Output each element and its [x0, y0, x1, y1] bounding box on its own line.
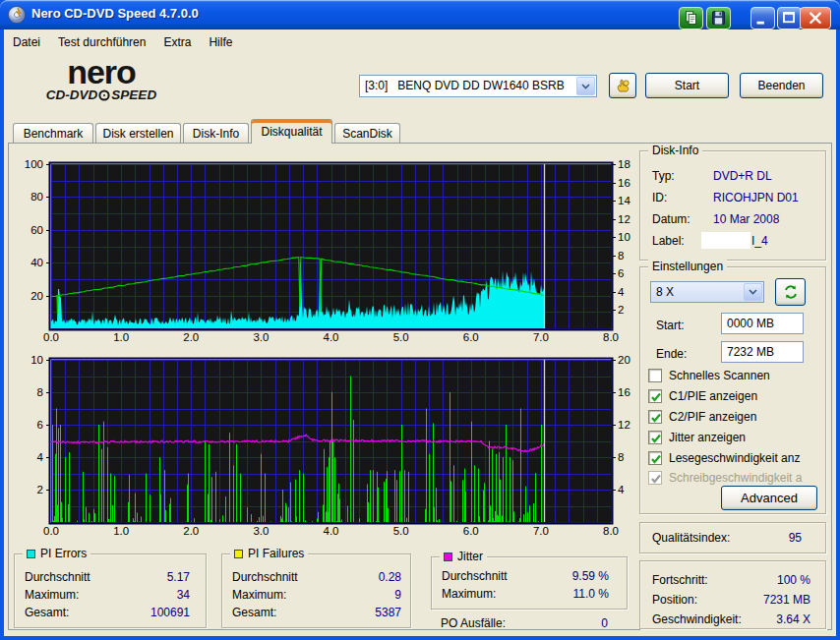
hand-icon: [615, 78, 631, 94]
chevron-down-icon[interactable]: [744, 283, 762, 301]
maximize-button[interactable]: [777, 7, 802, 29]
svg-text:1.0: 1.0: [113, 525, 129, 537]
svg-text:7.0: 7.0: [533, 525, 549, 537]
beenden-button[interactable]: Beenden: [740, 73, 823, 98]
pif-chart: 246810481216200.01.02.03.04.05.06.07.08.…: [13, 349, 647, 546]
svg-text:12: 12: [618, 419, 630, 431]
svg-text:2: 2: [37, 484, 43, 495]
pi-errors-swatch: [27, 550, 35, 558]
checkbox-schnelles-scannen[interactable]: Schnelles Scannen: [648, 368, 821, 383]
svg-text:6: 6: [618, 267, 624, 279]
menu-bar: Datei Test durchführen Extra Hilfe: [4, 31, 836, 53]
nero-logo: nero CD-DVD SPEED: [22, 57, 181, 102]
svg-text:6: 6: [37, 419, 43, 431]
svg-text:20: 20: [30, 290, 43, 302]
svg-text:4: 4: [37, 451, 44, 463]
quality-index-group: Qualitätsindex: 95: [639, 522, 826, 553]
app-icon: [7, 5, 27, 25]
menu-hilfe[interactable]: Hilfe: [200, 32, 241, 52]
menu-datei[interactable]: Datei: [4, 32, 49, 52]
drive-select[interactable]: [3:0] BENQ DVD DD DW1640 BSRB: [359, 75, 597, 97]
drive-hand-button[interactable]: [609, 73, 636, 98]
title-bar: Nero CD-DVD Speed 4.7.0.0: [0, 0, 840, 29]
svg-text:3.0: 3.0: [253, 525, 269, 537]
app-window: Nero CD-DVD Speed 4.7.0.0 Datei Test dur…: [0, 0, 840, 640]
jitter-swatch: [444, 553, 452, 561]
svg-text:6.0: 6.0: [463, 525, 479, 537]
svg-text:3.0: 3.0: [253, 331, 269, 343]
svg-text:0.0: 0.0: [43, 331, 59, 343]
svg-text:2.0: 2.0: [183, 331, 199, 343]
disk-info-group: Disk-Info Typ:DVD+R DL ID:RICOHJPN D01 D…: [639, 150, 826, 261]
svg-text:4: 4: [618, 484, 625, 495]
svg-text:10: 10: [30, 354, 43, 366]
save-button[interactable]: [706, 7, 731, 29]
pie-chart: 20406080100246810121416180.01.02.03.04.0…: [13, 149, 647, 346]
minimize-button[interactable]: [750, 7, 775, 29]
svg-text:8.0: 8.0: [603, 331, 619, 343]
svg-text:8: 8: [618, 250, 624, 262]
svg-text:2.0: 2.0: [183, 525, 199, 537]
refresh-button[interactable]: [775, 278, 806, 306]
svg-text:20: 20: [618, 354, 630, 366]
refresh-icon: [783, 284, 799, 300]
progress-group: Fortschritt:100 % Position:7231 MB Gesch…: [639, 560, 826, 629]
tab-disk-info[interactable]: Disk-Info: [183, 123, 249, 143]
close-button[interactable]: [800, 7, 831, 29]
svg-text:5.0: 5.0: [393, 331, 409, 343]
chevron-down-icon[interactable]: [576, 77, 595, 95]
pi-failures-swatch: [234, 550, 243, 558]
po-failures-label: PO Ausfälle:: [441, 616, 506, 630]
svg-text:8: 8: [37, 386, 43, 398]
checkbox-jitter[interactable]: Jitter anzeigen: [648, 430, 821, 445]
svg-text:60: 60: [30, 224, 43, 236]
drive-select-value: [3:0] BENQ DVD DD DW1640 BSRB: [365, 79, 565, 92]
svg-text:1.0: 1.0: [113, 331, 129, 343]
window-title: Nero CD-DVD Speed 4.7.0.0: [31, 6, 199, 21]
checkbox-c2-pif[interactable]: C2/PIF anzeigen: [648, 409, 821, 425]
svg-text:40: 40: [30, 257, 43, 268]
pi-errors-group: PI Errors Durchschnitt5.17 Maximum:34 Ge…: [14, 553, 207, 628]
svg-text:2: 2: [618, 304, 624, 316]
svg-text:0.0: 0.0: [43, 525, 59, 537]
svg-text:18: 18: [618, 158, 630, 170]
settings-group: Einstellungen 8 X Start:: [639, 266, 826, 514]
copy-button[interactable]: [679, 7, 703, 29]
quality-index-value: 95: [789, 531, 802, 545]
end-position-input[interactable]: [721, 341, 804, 363]
svg-text:7.0: 7.0: [533, 331, 549, 343]
svg-text:5.0: 5.0: [393, 525, 409, 537]
menu-test-durchfuehren[interactable]: Test durchführen: [49, 32, 154, 52]
po-failures-value: 0: [555, 616, 608, 630]
svg-text:16: 16: [618, 177, 630, 189]
checkbox-lesegeschwindigkeit[interactable]: Lesegeschwindigkeit anz: [648, 450, 821, 466]
label-censor: [701, 232, 750, 249]
svg-text:4.0: 4.0: [324, 525, 339, 537]
svg-text:4: 4: [618, 286, 625, 298]
svg-text:80: 80: [30, 191, 43, 203]
svg-text:6.0: 6.0: [463, 331, 479, 343]
start-position-input[interactable]: [721, 313, 804, 334]
tab-disk-erstellen[interactable]: Disk erstellen: [95, 123, 181, 143]
client-area: Datei Test durchführen Extra Hilfe nero …: [4, 29, 836, 636]
menu-extra[interactable]: Extra: [154, 32, 200, 52]
jitter-group: Jitter Durchschnitt9.59 % Maximum:11.0 %: [431, 556, 628, 610]
advanced-button[interactable]: Advanced: [721, 486, 817, 510]
start-button[interactable]: Start: [645, 73, 729, 98]
tab-page: 20406080100246810121416180.01.02.03.04.0…: [8, 143, 832, 630]
pi-failures-group: PI Failures Durchschnitt0.28 Maximum:9 G…: [221, 553, 411, 628]
tab-diskqualitaet[interactable]: Diskqualität: [251, 119, 332, 144]
checkbox-schreibgeschwindigkeit[interactable]: Schreibgeschwindigkeit a: [648, 470, 821, 486]
svg-text:16: 16: [618, 386, 630, 398]
svg-text:8: 8: [618, 451, 624, 463]
tab-scandisk[interactable]: ScanDisk: [334, 123, 400, 143]
checkbox-c1-pie[interactable]: C1/PIE anzeigen: [648, 388, 821, 404]
svg-text:8.0: 8.0: [603, 525, 619, 537]
svg-text:10: 10: [618, 231, 630, 243]
disc-icon: [98, 89, 110, 101]
svg-text:100: 100: [25, 158, 43, 170]
tab-benchmark[interactable]: Benchmark: [13, 123, 93, 143]
svg-text:4.0: 4.0: [324, 331, 339, 343]
svg-text:12: 12: [618, 213, 630, 225]
speed-select[interactable]: 8 X: [650, 281, 764, 303]
